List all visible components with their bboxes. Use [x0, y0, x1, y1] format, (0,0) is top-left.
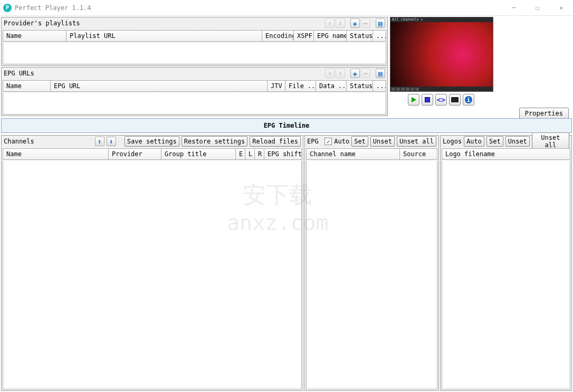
- epg-set-button[interactable]: Set: [351, 136, 368, 147]
- close-button[interactable]: ✕: [549, 0, 573, 16]
- col-encoding[interactable]: Encoding: [262, 31, 294, 41]
- channels-label: Channels: [4, 138, 34, 145]
- move-up-icon[interactable]: ⬆: [95, 137, 104, 146]
- col-epgname[interactable]: EPG name: [314, 31, 347, 41]
- epg-unset-button[interactable]: Unset: [370, 136, 395, 147]
- play-button[interactable]: [408, 94, 419, 106]
- epg-table-header: Channel name Source: [306, 148, 437, 160]
- move-down-icon[interactable]: ⬇: [336, 18, 345, 28]
- epg-auto-checkbox[interactable]: ✓: [324, 138, 332, 145]
- col-status[interactable]: Status: [347, 81, 373, 91]
- maximize-button[interactable]: ☐: [526, 0, 549, 16]
- col-channel[interactable]: Channel name: [307, 149, 400, 159]
- logos-unset-button[interactable]: Unset: [505, 136, 530, 147]
- epg-panel: EPG ✓ Auto Set Unset Unset all Channel n…: [304, 135, 439, 391]
- col-l[interactable]: L: [245, 149, 255, 159]
- play-icon: [412, 97, 416, 102]
- save-settings-button[interactable]: Save settings: [125, 136, 179, 147]
- add-icon[interactable]: ✚: [350, 18, 360, 28]
- remove-icon[interactable]: ━: [361, 18, 370, 28]
- logos-table-body[interactable]: [442, 161, 570, 389]
- title-bar: P Perfect Player 1.1.4 ─ ☐ ✕: [0, 0, 573, 16]
- logos-panel: Logos Auto Set Unset Unset all Logo file…: [440, 135, 572, 391]
- playlists-table-header: Name Playlist URL Encoding XSPF EPG name…: [3, 30, 386, 42]
- stop-button[interactable]: [422, 94, 433, 106]
- col-jtv[interactable]: JTV: [268, 81, 285, 91]
- restore-settings-button[interactable]: Restore settings: [182, 136, 248, 147]
- col-url[interactable]: EPG URL: [51, 81, 268, 91]
- reload-files-button[interactable]: Reload files: [250, 136, 301, 147]
- col-filename[interactable]: Logo filename: [442, 149, 570, 159]
- col-more[interactable]: ...: [373, 31, 386, 41]
- remove-icon[interactable]: ━: [361, 69, 370, 78]
- logos-unset-all-button[interactable]: Unset all: [532, 132, 569, 150]
- app-icon: P: [3, 4, 12, 12]
- col-file[interactable]: File ...: [285, 81, 316, 91]
- info-icon: i: [465, 96, 472, 103]
- col-more[interactable]: ...: [373, 81, 386, 91]
- channels-table-header: Name Provider Group title E L R EPG shif…: [3, 148, 302, 160]
- move-up-icon[interactable]: ⬆: [325, 18, 335, 28]
- move-up-icon[interactable]: ⬆: [325, 69, 335, 78]
- logos-set-button[interactable]: Set: [486, 136, 503, 147]
- preview-bottombar: [390, 87, 493, 91]
- epg-urls-panel: EPG URLs ⬆ ⬇ ✚ ━ ▤ Name EPG URL JTV: [1, 67, 388, 116]
- fullscreen-button[interactable]: [449, 94, 461, 106]
- logos-label: Logos: [443, 138, 462, 145]
- info-button[interactable]: i: [463, 94, 474, 106]
- add-icon[interactable]: ✚: [350, 69, 360, 78]
- move-down-icon[interactable]: ⬇: [107, 137, 116, 146]
- code-button[interactable]: <>: [435, 94, 447, 106]
- epg-timeline[interactable]: EPG Timeline: [1, 118, 572, 133]
- col-epgshift[interactable]: EPG shift: [264, 149, 301, 159]
- epg-urls-table-body[interactable]: [3, 93, 386, 114]
- playlists-panel: Provider's playlists ⬆ ⬇ ✚ ━ ▤ Name Play…: [1, 17, 388, 66]
- epg-label: EPG: [307, 138, 319, 145]
- properties-button[interactable]: Properties: [519, 108, 569, 119]
- preview-topbar: All channels ▸: [390, 17, 493, 22]
- channels-table-body[interactable]: [3, 161, 302, 389]
- col-group[interactable]: Group title: [161, 149, 236, 159]
- epg-auto-label: Auto: [334, 138, 349, 145]
- menu-icon[interactable]: ▤: [376, 69, 385, 78]
- col-name[interactable]: Name: [3, 149, 109, 159]
- col-r[interactable]: R: [255, 149, 264, 159]
- video-preview[interactable]: All channels ▸: [390, 17, 493, 92]
- col-name[interactable]: Name: [3, 31, 66, 41]
- col-xspf[interactable]: XSPF: [294, 31, 314, 41]
- stop-icon: [425, 97, 430, 102]
- window-title: Perfect Player 1.1.4: [15, 4, 91, 12]
- col-e[interactable]: E: [236, 149, 245, 159]
- col-source[interactable]: Source: [400, 149, 437, 159]
- epg-table-body[interactable]: [306, 161, 437, 389]
- col-name[interactable]: Name: [3, 81, 51, 91]
- screen-icon: [451, 97, 459, 102]
- col-data[interactable]: Data ...: [316, 81, 347, 91]
- epg-unset-all-button[interactable]: Unset all: [397, 136, 436, 147]
- channels-panel: Channels ⬆ ⬇ Save settings Restore setti…: [1, 135, 303, 391]
- preview-side: [498, 17, 572, 92]
- menu-icon[interactable]: ▤: [376, 18, 385, 28]
- col-provider[interactable]: Provider: [109, 149, 161, 159]
- col-status[interactable]: Status: [347, 31, 373, 41]
- epg-urls-table-header: Name EPG URL JTV File ... Data ... Statu…: [3, 80, 386, 92]
- minimize-button[interactable]: ─: [502, 0, 526, 16]
- playlists-label: Provider's playlists: [4, 20, 325, 27]
- code-icon: <>: [437, 95, 446, 104]
- col-url[interactable]: Playlist URL: [66, 31, 262, 41]
- move-down-icon[interactable]: ⬇: [336, 69, 345, 78]
- logos-auto-button[interactable]: Auto: [464, 136, 484, 147]
- playlists-table-body[interactable]: [3, 43, 386, 64]
- epg-urls-label: EPG URLs: [4, 70, 325, 77]
- logos-table-header: Logo filename: [442, 148, 570, 160]
